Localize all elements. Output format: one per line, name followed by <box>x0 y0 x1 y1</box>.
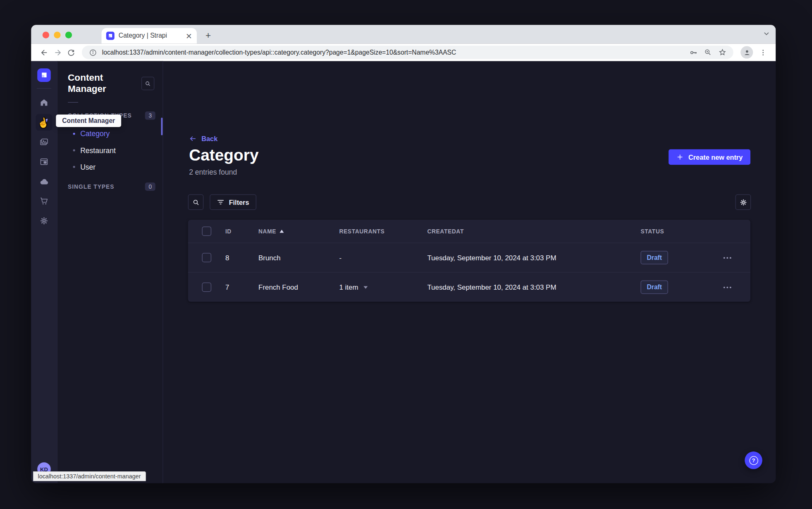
back-link[interactable]: Back <box>189 135 217 143</box>
marketplace-nav-button[interactable] <box>36 193 52 209</box>
status-bar-link: localhost:1337/admin/content-manager <box>33 471 146 481</box>
cell-id: 8 <box>219 254 252 262</box>
url-bar[interactable]: localhost:1337/admin/content-manager/col… <box>82 46 733 59</box>
site-info-icon[interactable] <box>88 47 98 58</box>
mouse-cursor: ☝ <box>36 116 50 130</box>
desktop-backdrop: Category | Strapi ✕ + local <box>0 0 812 509</box>
status-badge: Draft <box>640 251 668 264</box>
sidebar-item-restaurant[interactable]: Restaurant <box>57 142 162 158</box>
strapi-favicon-icon <box>106 31 115 40</box>
subnav-search-button[interactable] <box>141 77 155 90</box>
content-type-builder-nav-button[interactable] <box>36 154 52 170</box>
content-manager-tooltip: Content Manager <box>56 115 121 127</box>
row-actions-menu-icon[interactable] <box>724 286 731 288</box>
cell-restaurants[interactable]: 1 item <box>333 283 421 291</box>
select-all-checkbox[interactable] <box>202 226 212 236</box>
new-tab-button[interactable]: + <box>202 29 215 41</box>
create-button-label: Create new entry <box>688 153 743 161</box>
cell-id: 7 <box>219 283 252 291</box>
close-window-button[interactable] <box>43 31 49 38</box>
cell-name: French Food <box>252 283 333 291</box>
bookmark-star-icon[interactable] <box>717 47 728 58</box>
browser-tabstrip: Category | Strapi ✕ + <box>31 25 776 43</box>
table-settings-button[interactable] <box>736 194 751 210</box>
tabstrip-chevron-down-icon[interactable] <box>762 29 771 38</box>
table-header-row: ID NAME RESTAURANTS CREATEDAT STATUS <box>188 220 750 242</box>
sidebar-item-label: User <box>80 163 96 171</box>
page-title: Category <box>189 146 258 165</box>
row-actions-menu-icon[interactable] <box>724 257 731 259</box>
cart-icon <box>39 197 49 206</box>
home-nav-button[interactable] <box>36 94 52 111</box>
media-library-icon <box>39 137 49 147</box>
reload-icon[interactable] <box>64 46 78 59</box>
row-checkbox[interactable] <box>202 283 212 292</box>
password-key-icon[interactable] <box>688 47 699 58</box>
sidebar-item-user[interactable]: User <box>57 158 162 175</box>
single-types-count-badge: 0 <box>145 182 155 191</box>
column-header-createdat[interactable]: CREATEDAT <box>421 228 634 234</box>
subnav-divider <box>68 102 78 103</box>
status-badge: Draft <box>640 281 668 294</box>
cell-name: Brunch <box>252 254 333 262</box>
back-label: Back <box>201 135 217 143</box>
content-type-builder-icon <box>39 157 49 167</box>
question-mark-icon: ? <box>749 456 758 465</box>
create-new-entry-button[interactable]: Create new entry <box>669 149 750 165</box>
forward-nav-icon[interactable] <box>51 46 64 59</box>
home-icon <box>39 98 49 108</box>
settings-nav-button[interactable] <box>36 213 52 229</box>
chevron-down-icon <box>363 286 368 288</box>
column-header-name[interactable]: NAME <box>252 228 333 234</box>
sidebar-item-category[interactable]: Category <box>57 125 162 142</box>
search-icon <box>192 198 200 206</box>
media-library-nav-button[interactable] <box>36 134 52 150</box>
entries-count: 2 entries found <box>189 168 237 176</box>
zoom-window-button[interactable] <box>65 31 72 38</box>
collection-types-count-badge: 3 <box>145 111 155 120</box>
browser-toolbar: localhost:1337/admin/content-manager/col… <box>31 43 776 61</box>
sidebar-item-label: Restaurant <box>80 146 116 154</box>
subnav-scroll-indicator[interactable] <box>161 118 163 135</box>
strapi-logo[interactable] <box>37 68 51 82</box>
minimize-window-button[interactable] <box>54 31 60 38</box>
cloud-nav-button[interactable] <box>36 173 52 190</box>
plus-icon <box>676 154 684 161</box>
url-text: localhost:1337/admin/content-manager/col… <box>102 49 684 56</box>
row-checkbox[interactable] <box>202 253 212 262</box>
single-types-label: SINGLE TYPES <box>68 183 114 190</box>
gear-icon <box>739 198 747 206</box>
back-nav-icon[interactable] <box>37 46 51 59</box>
tab-title: Category | Strapi <box>119 32 182 40</box>
bullet-icon <box>73 149 75 151</box>
browser-tab[interactable]: Category | Strapi ✕ <box>102 28 197 44</box>
traffic-lights <box>43 31 72 38</box>
cell-restaurants: - <box>333 254 421 262</box>
sidebar-item-label: Category <box>80 130 110 138</box>
filters-label: Filters <box>229 198 249 206</box>
column-header-restaurants[interactable]: RESTAURANTS <box>333 228 421 234</box>
cloud-icon <box>39 177 49 187</box>
help-button[interactable]: ? <box>745 451 762 469</box>
search-icon <box>144 80 151 87</box>
filter-icon <box>217 199 224 205</box>
browser-window: Category | Strapi ✕ + local <box>31 25 776 483</box>
table-row[interactable]: 8 Brunch - Tuesday, September 10, 2024 a… <box>188 242 750 272</box>
browser-profile-avatar[interactable] <box>740 46 753 58</box>
main-content: Back Category 2 entries found Create new… <box>163 61 776 483</box>
entries-table: ID NAME RESTAURANTS CREATEDAT STATUS 8 <box>188 220 750 302</box>
bullet-icon <box>73 166 75 168</box>
browser-menu-icon[interactable] <box>756 46 770 59</box>
column-header-status[interactable]: STATUS <box>634 228 716 234</box>
zoom-in-icon[interactable] <box>703 47 713 58</box>
cell-createdat: Tuesday, September 10, 2024 at 3:03 PM <box>421 254 634 262</box>
bullet-icon <box>73 133 75 135</box>
back-arrow-icon <box>189 135 197 143</box>
tab-close-icon[interactable]: ✕ <box>186 32 192 40</box>
settings-gear-icon <box>39 216 49 226</box>
table-search-button[interactable] <box>188 194 204 210</box>
column-header-id[interactable]: ID <box>219 228 252 234</box>
strapi-app: KD Content Manager COLLECTION TYPES 3 <box>31 61 776 483</box>
table-row[interactable]: 7 French Food 1 item Tuesday, September … <box>188 272 750 302</box>
filters-button[interactable]: Filters <box>210 194 256 210</box>
